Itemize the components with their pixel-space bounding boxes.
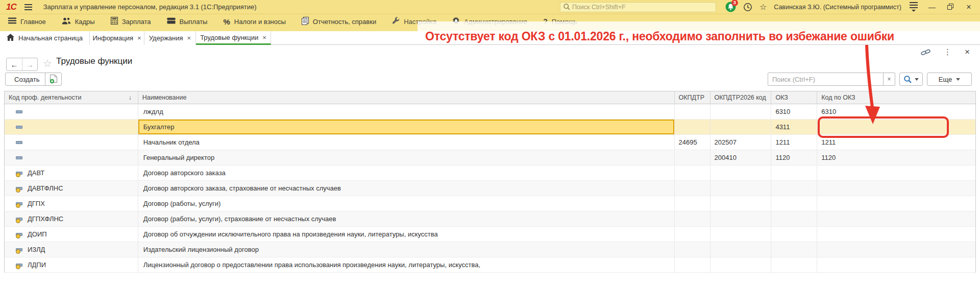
table-row[interactable]: ДАВТДоговор авторского заказа (4, 165, 976, 181)
notifications-bell-icon[interactable]: 3 (725, 2, 736, 12)
cell-okpdtr2026[interactable] (710, 196, 772, 211)
cell-code[interactable] (5, 150, 138, 165)
cell-okz[interactable] (771, 227, 817, 242)
cell-okz[interactable]: 1211 (771, 135, 817, 150)
cell-okpdtr[interactable] (675, 257, 710, 272)
column-header-name[interactable]: Наименование (138, 91, 675, 104)
global-search-input[interactable] (572, 4, 716, 11)
tab-close-icon[interactable]: × (262, 34, 266, 41)
cell-okz_code[interactable] (817, 257, 975, 272)
cell-okz_code[interactable] (817, 227, 975, 242)
cell-okz[interactable] (771, 181, 817, 196)
column-header-code[interactable]: Код проф. деятельности↓ (5, 91, 138, 104)
cell-okpdtr2026[interactable] (710, 211, 772, 226)
cell-okpdtr2026[interactable]: 200410 (710, 150, 772, 165)
cell-okpdtr2026[interactable] (710, 120, 772, 134)
close-form-icon[interactable]: × (965, 47, 970, 57)
table-row[interactable]: Генеральный директор20041011201120 (4, 150, 976, 165)
cell-name[interactable]: Начальник отдела (138, 135, 675, 150)
create-button[interactable]: Создать (5, 73, 48, 86)
cell-okz[interactable]: 1120 (771, 150, 817, 165)
cell-okz[interactable] (771, 257, 817, 272)
cell-name[interactable]: Лицензионный договор о предоставлении пр… (138, 257, 675, 272)
cell-okpdtr[interactable] (675, 196, 710, 211)
get-link-icon[interactable] (921, 48, 930, 57)
cell-name[interactable]: Договор авторского заказа (138, 165, 675, 180)
menu-item-6[interactable]: Отчетность, справки (302, 17, 376, 27)
cell-okz_code[interactable] (817, 211, 975, 226)
history-icon[interactable] (743, 3, 752, 12)
table-row[interactable]: ДАВТФЛНСДоговор авторского заказа, страх… (4, 181, 976, 196)
column-header-okz[interactable]: ОКЗ (771, 91, 817, 104)
table-row[interactable]: ДОИПДоговор об отчуждении исключительног… (4, 227, 976, 242)
tab-3[interactable]: Удержания × (144, 31, 196, 45)
cell-name[interactable]: лждлд (138, 104, 675, 119)
cell-code[interactable] (5, 104, 138, 119)
cell-code[interactable]: ДОИП (5, 227, 138, 242)
close-window-button[interactable]: × (965, 3, 973, 12)
create-group-button[interactable] (45, 73, 62, 86)
cell-okz_code[interactable] (817, 196, 975, 211)
cell-okpdtr2026[interactable] (710, 257, 772, 272)
cell-code[interactable] (5, 120, 138, 134)
table-row[interactable]: ДГПХДоговор (работы, услуги) (4, 196, 976, 211)
table-row[interactable]: ЛДПИЛицензионный договор о предоставлени… (4, 257, 976, 273)
cell-name[interactable]: Генеральный директор (138, 150, 675, 165)
cell-okz[interactable] (771, 196, 817, 211)
tab-close-icon[interactable]: × (137, 34, 141, 42)
minimize-button[interactable]: — (928, 3, 936, 11)
favorites-star-icon[interactable]: ☆ (760, 2, 767, 12)
cell-code[interactable]: ЛДПИ (5, 257, 138, 272)
column-header-okpdtr[interactable]: ОКПДТР (675, 91, 710, 104)
cell-okz[interactable] (771, 242, 817, 257)
forward-button[interactable]: → (22, 58, 37, 70)
tab-2[interactable]: Информация × (90, 31, 144, 45)
more-button[interactable]: Еще (927, 73, 972, 86)
menu-item-1[interactable]: Главное (8, 17, 46, 26)
cell-code[interactable]: ДАВТ (5, 165, 138, 180)
cell-okpdtr[interactable] (675, 227, 710, 242)
cell-okpdtr2026[interactable] (710, 242, 772, 257)
add-to-favorites-icon[interactable]: ☆ (43, 57, 52, 69)
cell-okz[interactable] (771, 165, 817, 180)
cell-okz_code[interactable]: 1120 (817, 150, 975, 165)
cell-okpdtr2026[interactable] (710, 181, 772, 196)
cell-okpdtr2026[interactable] (710, 227, 772, 242)
column-header-okz_code[interactable]: Код по ОКЗ (817, 91, 975, 104)
cell-okz[interactable] (771, 211, 817, 226)
table-row[interactable]: ДГПХФЛНСДоговор (работы, услуги), страхо… (4, 211, 976, 227)
restore-button[interactable] (946, 3, 954, 11)
cell-okpdtr2026[interactable]: 202507 (710, 135, 772, 150)
cell-okz_code[interactable] (817, 181, 975, 196)
cell-okpdtr[interactable] (675, 120, 710, 134)
cell-okz[interactable]: 4311 (771, 120, 817, 134)
cell-okpdtr2026[interactable] (710, 104, 772, 119)
service-menu-icon[interactable] (910, 2, 918, 12)
cell-okpdtr[interactable]: 24695 (675, 135, 710, 150)
cell-code[interactable] (5, 135, 138, 150)
tab-4[interactable]: Трудовые функции × (196, 31, 271, 45)
menu-item-4[interactable]: Выплаты (167, 17, 208, 26)
global-search[interactable] (560, 2, 716, 12)
cell-name[interactable]: Договор об отчуждении исключительного пр… (138, 227, 675, 242)
cell-code[interactable]: ДГПХ (5, 196, 138, 211)
menu-item-3[interactable]: Зарплата (111, 17, 151, 26)
cell-okpdtr[interactable] (675, 150, 710, 165)
cell-code[interactable]: ДАВТФЛНС (5, 181, 138, 196)
cell-okpdtr[interactable] (675, 211, 710, 226)
main-menu-icon[interactable] (24, 4, 32, 10)
table-row[interactable]: ИЗЛДИздательский лицензионный договор (4, 242, 976, 257)
cell-name[interactable]: Договор (работы, услуги) (138, 196, 675, 211)
cell-okpdtr[interactable] (675, 181, 710, 196)
tab-close-icon[interactable]: × (187, 34, 191, 42)
cell-okz_code[interactable] (817, 165, 975, 180)
cell-code[interactable]: ИЗЛД (5, 242, 138, 257)
cell-name[interactable]: Издательский лицензионный договор (138, 242, 675, 257)
cell-okpdtr2026[interactable] (710, 165, 772, 180)
cell-name[interactable]: Договор (работы, услуги), страхование от… (138, 211, 675, 226)
cell-name[interactable]: Бухгалтер (138, 120, 675, 134)
menu-item-5[interactable]: % Налоги и взносы (223, 17, 285, 26)
cell-name[interactable]: Договор авторского заказа, страхование о… (138, 181, 675, 196)
tab-1[interactable]: Начальная страница (0, 31, 90, 45)
cell-okz[interactable]: 6310 (771, 104, 817, 119)
